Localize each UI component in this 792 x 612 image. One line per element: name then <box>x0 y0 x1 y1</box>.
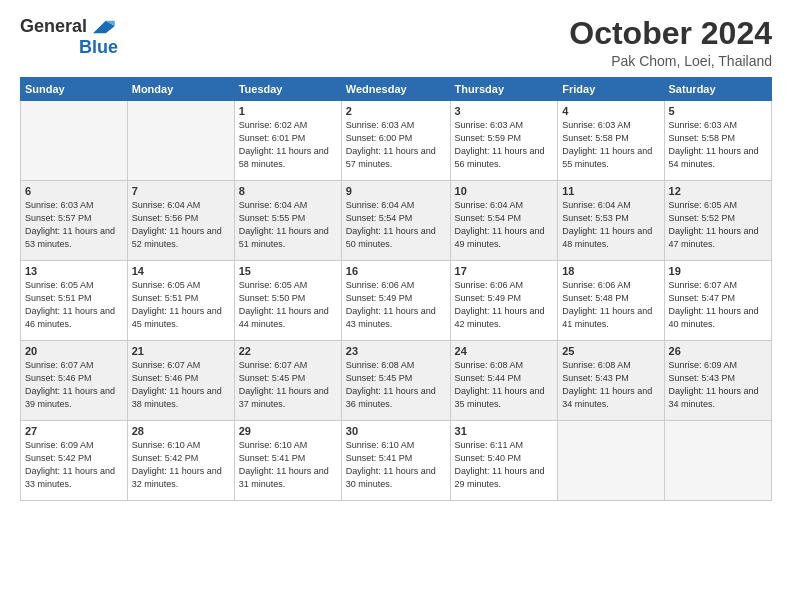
day-number: 22 <box>239 345 337 357</box>
day-info: Sunrise: 6:05 AMSunset: 5:51 PMDaylight:… <box>25 279 123 331</box>
day-info: Sunrise: 6:04 AMSunset: 5:54 PMDaylight:… <box>455 199 554 251</box>
calendar-week-row: 1Sunrise: 6:02 AMSunset: 6:01 PMDaylight… <box>21 101 772 181</box>
calendar-cell: 24Sunrise: 6:08 AMSunset: 5:44 PMDayligh… <box>450 341 558 421</box>
day-number: 28 <box>132 425 230 437</box>
weekday-header-wednesday: Wednesday <box>341 78 450 101</box>
month-title: October 2024 <box>569 16 772 51</box>
calendar-cell: 4Sunrise: 6:03 AMSunset: 5:58 PMDaylight… <box>558 101 664 181</box>
calendar-cell: 17Sunrise: 6:06 AMSunset: 5:49 PMDayligh… <box>450 261 558 341</box>
calendar-cell: 22Sunrise: 6:07 AMSunset: 5:45 PMDayligh… <box>234 341 341 421</box>
calendar-week-row: 6Sunrise: 6:03 AMSunset: 5:57 PMDaylight… <box>21 181 772 261</box>
day-info: Sunrise: 6:09 AMSunset: 5:43 PMDaylight:… <box>669 359 767 411</box>
day-info: Sunrise: 6:06 AMSunset: 5:49 PMDaylight:… <box>346 279 446 331</box>
calendar-cell: 9Sunrise: 6:04 AMSunset: 5:54 PMDaylight… <box>341 181 450 261</box>
calendar-cell: 3Sunrise: 6:03 AMSunset: 5:59 PMDaylight… <box>450 101 558 181</box>
day-number: 21 <box>132 345 230 357</box>
day-number: 16 <box>346 265 446 277</box>
calendar-cell: 1Sunrise: 6:02 AMSunset: 6:01 PMDaylight… <box>234 101 341 181</box>
day-number: 3 <box>455 105 554 117</box>
day-info: Sunrise: 6:08 AMSunset: 5:45 PMDaylight:… <box>346 359 446 411</box>
day-number: 12 <box>669 185 767 197</box>
location-subtitle: Pak Chom, Loei, Thailand <box>569 53 772 69</box>
day-number: 30 <box>346 425 446 437</box>
weekday-header-monday: Monday <box>127 78 234 101</box>
day-info: Sunrise: 6:05 AMSunset: 5:50 PMDaylight:… <box>239 279 337 331</box>
day-info: Sunrise: 6:03 AMSunset: 5:57 PMDaylight:… <box>25 199 123 251</box>
calendar-cell: 28Sunrise: 6:10 AMSunset: 5:42 PMDayligh… <box>127 421 234 501</box>
day-number: 29 <box>239 425 337 437</box>
day-number: 13 <box>25 265 123 277</box>
day-number: 17 <box>455 265 554 277</box>
day-info: Sunrise: 6:11 AMSunset: 5:40 PMDaylight:… <box>455 439 554 491</box>
day-number: 25 <box>562 345 659 357</box>
calendar-cell: 23Sunrise: 6:08 AMSunset: 5:45 PMDayligh… <box>341 341 450 421</box>
calendar-week-row: 13Sunrise: 6:05 AMSunset: 5:51 PMDayligh… <box>21 261 772 341</box>
day-info: Sunrise: 6:03 AMSunset: 5:58 PMDaylight:… <box>562 119 659 171</box>
day-info: Sunrise: 6:04 AMSunset: 5:53 PMDaylight:… <box>562 199 659 251</box>
day-info: Sunrise: 6:08 AMSunset: 5:44 PMDaylight:… <box>455 359 554 411</box>
day-info: Sunrise: 6:06 AMSunset: 5:48 PMDaylight:… <box>562 279 659 331</box>
day-info: Sunrise: 6:03 AMSunset: 5:59 PMDaylight:… <box>455 119 554 171</box>
calendar-cell: 20Sunrise: 6:07 AMSunset: 5:46 PMDayligh… <box>21 341 128 421</box>
day-number: 26 <box>669 345 767 357</box>
calendar-cell <box>558 421 664 501</box>
day-number: 11 <box>562 185 659 197</box>
day-number: 10 <box>455 185 554 197</box>
day-number: 1 <box>239 105 337 117</box>
day-number: 14 <box>132 265 230 277</box>
day-info: Sunrise: 6:04 AMSunset: 5:56 PMDaylight:… <box>132 199 230 251</box>
calendar-cell: 30Sunrise: 6:10 AMSunset: 5:41 PMDayligh… <box>341 421 450 501</box>
calendar-cell: 6Sunrise: 6:03 AMSunset: 5:57 PMDaylight… <box>21 181 128 261</box>
calendar-cell: 14Sunrise: 6:05 AMSunset: 5:51 PMDayligh… <box>127 261 234 341</box>
header: General General Blue October 2024 Pak Ch… <box>20 16 772 69</box>
day-number: 8 <box>239 185 337 197</box>
calendar-table: SundayMondayTuesdayWednesdayThursdayFrid… <box>20 77 772 501</box>
logo: General General Blue <box>20 16 118 58</box>
day-info: Sunrise: 6:03 AMSunset: 6:00 PMDaylight:… <box>346 119 446 171</box>
logo-blue-text: Blue <box>79 37 118 58</box>
day-number: 31 <box>455 425 554 437</box>
calendar-cell: 15Sunrise: 6:05 AMSunset: 5:50 PMDayligh… <box>234 261 341 341</box>
day-info: Sunrise: 6:07 AMSunset: 5:45 PMDaylight:… <box>239 359 337 411</box>
day-info: Sunrise: 6:04 AMSunset: 5:54 PMDaylight:… <box>346 199 446 251</box>
calendar-cell: 18Sunrise: 6:06 AMSunset: 5:48 PMDayligh… <box>558 261 664 341</box>
calendar-cell: 2Sunrise: 6:03 AMSunset: 6:00 PMDaylight… <box>341 101 450 181</box>
day-number: 27 <box>25 425 123 437</box>
weekday-header-thursday: Thursday <box>450 78 558 101</box>
weekday-header-sunday: Sunday <box>21 78 128 101</box>
page: General General Blue October 2024 Pak Ch… <box>0 0 792 612</box>
day-number: 24 <box>455 345 554 357</box>
weekday-header-tuesday: Tuesday <box>234 78 341 101</box>
day-number: 20 <box>25 345 123 357</box>
title-block: October 2024 Pak Chom, Loei, Thailand <box>569 16 772 69</box>
calendar-cell: 27Sunrise: 6:09 AMSunset: 5:42 PMDayligh… <box>21 421 128 501</box>
calendar-cell: 8Sunrise: 6:04 AMSunset: 5:55 PMDaylight… <box>234 181 341 261</box>
day-info: Sunrise: 6:05 AMSunset: 5:52 PMDaylight:… <box>669 199 767 251</box>
day-info: Sunrise: 6:07 AMSunset: 5:47 PMDaylight:… <box>669 279 767 331</box>
calendar-cell <box>664 421 771 501</box>
weekday-header-row: SundayMondayTuesdayWednesdayThursdayFrid… <box>21 78 772 101</box>
day-number: 7 <box>132 185 230 197</box>
day-info: Sunrise: 6:10 AMSunset: 5:41 PMDaylight:… <box>239 439 337 491</box>
day-number: 2 <box>346 105 446 117</box>
day-info: Sunrise: 6:06 AMSunset: 5:49 PMDaylight:… <box>455 279 554 331</box>
calendar-cell: 21Sunrise: 6:07 AMSunset: 5:46 PMDayligh… <box>127 341 234 421</box>
calendar-cell: 7Sunrise: 6:04 AMSunset: 5:56 PMDaylight… <box>127 181 234 261</box>
calendar-cell: 16Sunrise: 6:06 AMSunset: 5:49 PMDayligh… <box>341 261 450 341</box>
day-number: 4 <box>562 105 659 117</box>
day-info: Sunrise: 6:10 AMSunset: 5:41 PMDaylight:… <box>346 439 446 491</box>
day-number: 19 <box>669 265 767 277</box>
calendar-cell <box>21 101 128 181</box>
calendar-cell: 31Sunrise: 6:11 AMSunset: 5:40 PMDayligh… <box>450 421 558 501</box>
logo-general-text: General <box>20 16 87 37</box>
calendar-cell: 11Sunrise: 6:04 AMSunset: 5:53 PMDayligh… <box>558 181 664 261</box>
day-info: Sunrise: 6:09 AMSunset: 5:42 PMDaylight:… <box>25 439 123 491</box>
calendar-cell: 10Sunrise: 6:04 AMSunset: 5:54 PMDayligh… <box>450 181 558 261</box>
day-info: Sunrise: 6:10 AMSunset: 5:42 PMDaylight:… <box>132 439 230 491</box>
day-info: Sunrise: 6:02 AMSunset: 6:01 PMDaylight:… <box>239 119 337 171</box>
day-number: 15 <box>239 265 337 277</box>
calendar-week-row: 27Sunrise: 6:09 AMSunset: 5:42 PMDayligh… <box>21 421 772 501</box>
calendar-cell: 26Sunrise: 6:09 AMSunset: 5:43 PMDayligh… <box>664 341 771 421</box>
day-info: Sunrise: 6:07 AMSunset: 5:46 PMDaylight:… <box>25 359 123 411</box>
day-info: Sunrise: 6:05 AMSunset: 5:51 PMDaylight:… <box>132 279 230 331</box>
